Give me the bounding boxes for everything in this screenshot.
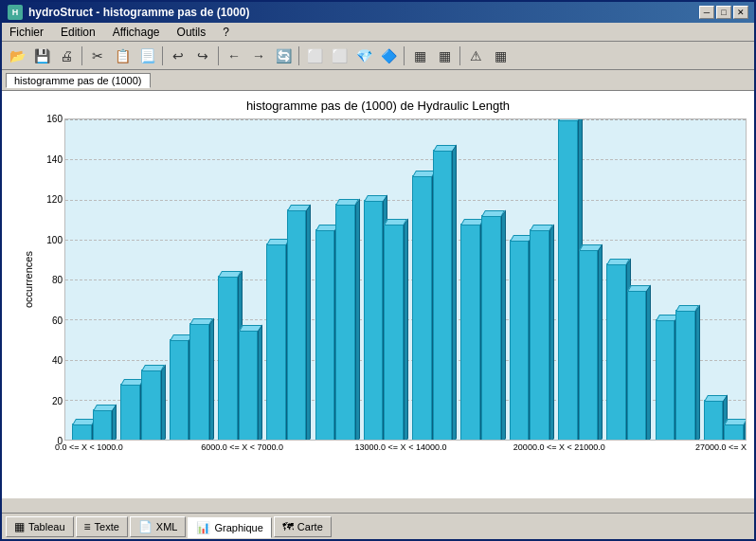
bar-12-0 bbox=[656, 319, 675, 440]
bar-0-0 bbox=[72, 424, 92, 440]
tb-print[interactable]: 🖨 bbox=[55, 45, 78, 66]
title-bar: H hydroStruct - histogramme pas de (1000… bbox=[2, 2, 754, 23]
tb-paste[interactable]: 📃 bbox=[135, 45, 158, 66]
bar-9-0 bbox=[510, 240, 530, 440]
menu-affichage[interactable]: Affichage bbox=[109, 25, 164, 40]
menu-fichier[interactable]: Fichier bbox=[6, 25, 47, 40]
tab-tableau-label: Tableau bbox=[28, 521, 65, 532]
window-controls: ─ □ ✕ bbox=[699, 6, 748, 19]
bar-2-1 bbox=[189, 323, 209, 440]
menu-outils[interactable]: Outils bbox=[173, 25, 210, 40]
bar-13-1 bbox=[724, 424, 744, 440]
tb-b4[interactable]: ▦ bbox=[489, 45, 512, 66]
tb-back[interactable]: ← bbox=[223, 45, 245, 66]
tb-b1[interactable]: ⬜ bbox=[303, 45, 326, 66]
x-label-13000: 13000.0 <= X < 14000.0 bbox=[315, 442, 488, 452]
y-tick-0: 0 bbox=[57, 436, 63, 446]
minimize-button[interactable]: ─ bbox=[699, 6, 714, 19]
bar-10-0 bbox=[558, 119, 578, 440]
x-axis-labels: 0.0 <= X < 1000.0 6000.0 <= X < 7000.0 1… bbox=[55, 442, 747, 452]
tab-tableau[interactable]: ▦ Tableau bbox=[6, 516, 74, 537]
tb-undo[interactable]: ↩ bbox=[167, 45, 189, 66]
close-button[interactable]: ✕ bbox=[733, 6, 748, 19]
bar-4-1 bbox=[287, 209, 307, 440]
tb-grid[interactable]: ▦ bbox=[433, 45, 456, 66]
xml-icon: 📄 bbox=[138, 520, 153, 533]
tab-texte[interactable]: ≡ Texte bbox=[76, 516, 128, 537]
bar-3-1 bbox=[239, 330, 259, 440]
tb-cut[interactable]: ✂ bbox=[86, 45, 109, 66]
bar-6-1 bbox=[384, 224, 404, 440]
x-label-20000: 20000.0 <= X < 21000.0 bbox=[487, 442, 631, 452]
bar-4-0 bbox=[266, 243, 286, 440]
y-tick-160: 160 bbox=[46, 114, 63, 124]
grid-0 bbox=[65, 440, 746, 441]
y-tick-120: 120 bbox=[46, 194, 63, 205]
doc-tab[interactable]: histogramme pas de (1000) bbox=[6, 73, 151, 88]
grid-120 bbox=[65, 200, 746, 201]
texte-icon: ≡ bbox=[84, 520, 91, 533]
chart-container: histogramme pas de (1000) de Hydraulic L… bbox=[2, 91, 754, 498]
bar-11-0 bbox=[606, 263, 626, 440]
tb-open[interactable]: 📂 bbox=[6, 45, 28, 66]
tab-texte-label: Texte bbox=[95, 521, 119, 532]
tb-redo[interactable]: ↪ bbox=[191, 45, 214, 66]
tab-graphique-label: Graphique bbox=[214, 522, 262, 533]
chart-title: histogramme pas de (1000) de Hydraulic L… bbox=[9, 99, 747, 113]
grid-160 bbox=[65, 119, 746, 120]
maximize-button[interactable]: □ bbox=[716, 6, 731, 19]
tableau-icon: ▦ bbox=[14, 520, 25, 533]
y-tick-60: 60 bbox=[52, 315, 63, 325]
tb-sep-4 bbox=[298, 46, 299, 65]
tb-b2[interactable]: ⬜ bbox=[328, 45, 351, 66]
window-title: hydroStruct - histogramme pas de (1000) bbox=[28, 6, 249, 19]
bar-11-1 bbox=[627, 290, 647, 440]
main-window: H hydroStruct - histogramme pas de (1000… bbox=[0, 0, 756, 541]
tb-b3[interactable]: 🔷 bbox=[377, 45, 400, 66]
tb-sep-1 bbox=[81, 46, 82, 65]
bar-1-1 bbox=[141, 370, 161, 440]
doc-tab-row: histogramme pas de (1000) bbox=[2, 70, 754, 91]
tb-sep-3 bbox=[218, 46, 219, 65]
tb-warn[interactable]: ⚠ bbox=[464, 45, 487, 66]
menu-help[interactable]: ? bbox=[219, 25, 233, 40]
grid-140 bbox=[65, 159, 746, 160]
y-tick-140: 140 bbox=[46, 153, 63, 164]
tb-copy[interactable]: 📋 bbox=[111, 45, 134, 66]
chart-plot bbox=[64, 118, 747, 441]
tb-sep-6 bbox=[459, 46, 460, 65]
app-icon: H bbox=[8, 5, 23, 20]
bar-5-1 bbox=[335, 204, 355, 440]
bar-13-0 bbox=[704, 400, 724, 440]
x-label-27000: 27000.0 <= X bbox=[631, 442, 747, 452]
tb-refresh[interactable]: 🔄 bbox=[272, 45, 295, 66]
tab-carte-label: Carte bbox=[297, 521, 323, 532]
menu-edition[interactable]: Edition bbox=[57, 25, 99, 40]
bar-9-1 bbox=[530, 229, 549, 440]
bar-0-1 bbox=[93, 409, 113, 440]
tab-graphique[interactable]: 📊 Graphique bbox=[188, 517, 271, 538]
bar-7-1 bbox=[433, 150, 453, 440]
bar-2-0 bbox=[170, 339, 189, 440]
bar-12-1 bbox=[675, 310, 695, 440]
y-tick-40: 40 bbox=[52, 355, 63, 366]
bar-5-0 bbox=[315, 229, 335, 440]
tb-sep-2 bbox=[162, 46, 163, 65]
bar-1-0 bbox=[120, 384, 140, 440]
tb-forward[interactable]: → bbox=[247, 45, 270, 66]
tab-xml[interactable]: 📄 XML bbox=[130, 516, 187, 537]
tb-save[interactable]: 💾 bbox=[30, 45, 53, 66]
x-label-6000: 6000.0 <= X < 7000.0 bbox=[171, 442, 315, 452]
tb-gem[interactable]: 💎 bbox=[352, 45, 375, 66]
toolbar: 📂 💾 🖨 ✂ 📋 📃 ↩ ↪ ← → 🔄 ⬜ ⬜ 💎 🔷 ▦ ▦ ⚠ ▦ bbox=[2, 42, 754, 70]
y-axis-label: occurrences bbox=[19, 118, 34, 441]
tb-table[interactable]: ▦ bbox=[408, 45, 431, 66]
y-tick-100: 100 bbox=[46, 234, 63, 244]
carte-icon: 🗺 bbox=[282, 520, 294, 533]
graphique-icon: 📊 bbox=[196, 521, 210, 534]
tab-xml-label: XML bbox=[156, 521, 178, 532]
tab-carte[interactable]: 🗺 Carte bbox=[274, 516, 332, 537]
menu-bar: Fichier Edition Affichage Outils ? bbox=[2, 23, 754, 42]
x-label-0: 0.0 <= X < 1000.0 bbox=[55, 442, 171, 452]
bar-3-0 bbox=[218, 276, 238, 440]
